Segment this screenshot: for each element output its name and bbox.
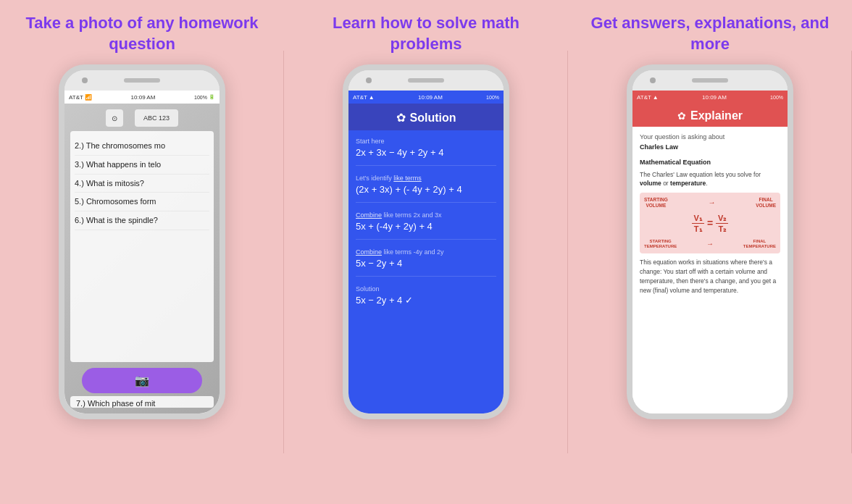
solution-logo-icon: ✿ (396, 111, 406, 125)
phone2-status-left: AT&T ▲ (353, 94, 375, 101)
diagram-top-row: STARTINGVOLUME → FINALVOLUME (644, 197, 776, 209)
camera-screen: ⊙ ABC 123 2.) The chromosomes mo 3.) Wha… (64, 104, 220, 413)
step-3-combine-link[interactable]: Combine (356, 211, 382, 219)
camera-line-2: 3.) What happens in telo (75, 156, 209, 175)
phone2-status-bar: AT&T ▲ 10:09 AM 100% (348, 91, 504, 104)
phone1-status-right: 100% 🔋 (194, 94, 215, 100)
diagram-top-left: STARTINGVOLUME (644, 197, 668, 209)
step-4-label-rest: like terms -4y and 2y (382, 248, 444, 256)
phone3-screen: ✿ Explainer Your question is asking abou… (632, 104, 788, 413)
diagram-arrow-icon: → (708, 197, 715, 208)
step-3-formula: 5x + (-4y + 2y) + 4 (356, 221, 496, 232)
subject-intro-text: Your question is asking about (640, 133, 724, 140)
charles-law-diagram: STARTINGVOLUME → FINALVOLUME V₁ T₁ = V₂ (640, 193, 780, 253)
explainer-header-text: Explainer (690, 109, 743, 122)
step-5-label: Solution (356, 285, 496, 293)
phone1-camera-dot (82, 77, 88, 83)
step-3-label-rest: like terms 2x and 3x (382, 211, 442, 219)
explainer-subject: Your question is asking about Charles La… (640, 133, 780, 152)
explainer-logo-icon: ✿ (677, 110, 686, 122)
step-1-label: Start here (356, 138, 496, 145)
phone2-top (348, 70, 504, 91)
phone2: AT&T ▲ 10:09 AM 100% ✿ Solution Start he… (343, 64, 509, 419)
explainer-screen: ✿ Explainer Your question is asking abou… (632, 104, 788, 413)
phone3-carrier: AT&T (637, 94, 651, 101)
camera-line-6: 7.) Which phase of mit (70, 396, 214, 408)
step-2-label: Let's identify like terms (356, 175, 496, 182)
step-5-formula: 5x − 2y + 4 ✓ (356, 295, 496, 306)
phone1-top (64, 70, 220, 91)
phone1-time: 10:09 AM (131, 94, 156, 101)
diagram-top-right: FINALVOLUME (756, 197, 776, 209)
solution-step-2: Let's identify like terms (2x + 3x) + (-… (356, 175, 496, 203)
explainer-section-title: Mathematical Equation (640, 158, 780, 168)
phone3-speaker (692, 78, 728, 83)
camera-line-1: 2.) The chromosomes mo (75, 137, 209, 156)
step-4-combine-link[interactable]: Combine (356, 248, 382, 256)
explainer-desc-1: The Charles' Law equation lets you solve… (640, 170, 780, 189)
fraction-2-den: T₂ (716, 224, 728, 234)
camera-capture-icon: 📷 (135, 374, 149, 387)
solution-screen: ✿ Solution Start here 2x + 3x − 4y + 2y … (348, 104, 504, 413)
camera-line-5: 6.) What is the spindle? (75, 211, 209, 230)
solution-body: Start here 2x + 3x − 4y + 2y + 4 Let's i… (348, 130, 504, 413)
step-3-label: Combine like terms 2x and 3x (356, 211, 496, 219)
explainer-desc-2: This equation works in situations where … (640, 258, 780, 295)
section-explainer: Get answers, explanations, and more AT&T… (568, 0, 852, 504)
desc1-text1: The Charles' Law equation lets you solve… (640, 171, 761, 178)
camera-line-3: 4.) What is mitosis? (75, 175, 209, 193)
phone1-speaker (124, 78, 160, 83)
section3-title: Get answers, explanations, and more (568, 13, 852, 54)
phone1-carrier: AT&T (69, 94, 83, 101)
phone3-camera-dot (650, 77, 656, 83)
phone2-status-right: 100% (486, 95, 499, 100)
diagram-bottom-row: STARTINGTEMPERATURE → FINALTEMPERATURE (644, 238, 776, 249)
step-4-formula: 5x − 2y + 4 (356, 258, 496, 269)
step-1-formula: 2x + 3x − 4y + 2y + 4 (356, 147, 496, 158)
phone1-battery: 100% (194, 95, 207, 100)
fraction-1: V₁ T₁ (692, 213, 704, 235)
section2-title: Learn how to solve math problems (284, 13, 568, 54)
fraction-2-num: V₂ (716, 213, 728, 224)
fraction-1-num: V₁ (692, 213, 704, 224)
phone1-screen: ⊙ ABC 123 2.) The chromosomes mo 3.) Wha… (64, 104, 220, 413)
equals-sign: = (707, 216, 713, 231)
explainer-header: ✿ Explainer (632, 104, 788, 127)
phone1-status-bar: AT&T 📶 10:09 AM 100% 🔋 (64, 91, 220, 104)
camera-toolbar: ⊙ ABC 123 (70, 109, 214, 127)
step-4-label: Combine like terms -4y and 2y (356, 248, 496, 256)
capture-button[interactable]: 📷 (82, 368, 202, 393)
phone1-status-left: AT&T 📶 (69, 94, 92, 101)
camera-line-4: 5.) Chromosomes form (75, 193, 209, 211)
solution-header: ✿ Solution (348, 104, 504, 130)
phone3-status-right: 100% (770, 95, 783, 100)
step-2-label-text: Let's identify (356, 175, 393, 182)
step-2-like-terms-link[interactable]: like terms (393, 175, 422, 182)
solution-header-text: Solution (410, 112, 456, 125)
camera-icon-btn[interactable]: ⊙ (106, 109, 123, 127)
section1-title: Take a photo of any homework question (0, 13, 284, 54)
diagram-arrow-bottom-icon: → (706, 238, 714, 249)
subject-name: Charles Law (640, 143, 678, 151)
desc1-bold2: temperature (670, 180, 706, 187)
phone2-wifi-icon: ▲ (369, 94, 375, 101)
phone3-time: 10:09 AM (702, 94, 727, 101)
phone3-status-left: AT&T ▲ (637, 94, 659, 101)
phone2-camera-dot (366, 77, 372, 83)
phone2-speaker (408, 78, 444, 83)
phone2-carrier: AT&T (353, 94, 367, 101)
diagram-equation: V₁ T₁ = V₂ T₂ (692, 213, 729, 235)
solution-step-5: Solution 5x − 2y + 4 ✓ (356, 285, 496, 313)
phone3-top (632, 70, 788, 91)
solution-step-4: Combine like terms -4y and 2y 5x − 2y + … (356, 248, 496, 277)
step-2-formula: (2x + 3x) + (- 4y + 2y) + 4 (356, 184, 496, 195)
phone3-battery: 100% (770, 95, 783, 100)
diagram-bottom-right: FINALTEMPERATURE (743, 239, 776, 249)
desc1-bold1: volume (640, 180, 661, 187)
solution-step-1: Start here 2x + 3x − 4y + 2y + 4 (356, 138, 496, 166)
fraction-2: V₂ T₂ (716, 213, 728, 235)
desc1-middle: or (663, 180, 670, 187)
phone1: AT&T 📶 10:09 AM 100% 🔋 ⊙ ABC 123 2.) The… (59, 64, 225, 419)
phone2-screen: ✿ Solution Start here 2x + 3x − 4y + 2y … (348, 104, 504, 413)
abc-123-btn[interactable]: ABC 123 (135, 109, 178, 127)
